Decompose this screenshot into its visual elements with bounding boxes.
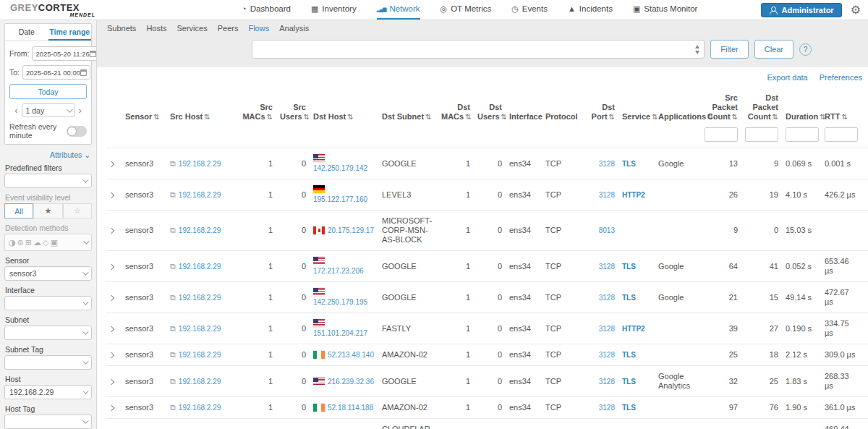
interface-select[interactable]	[4, 296, 92, 310]
dst-port-link[interactable]: 8013	[599, 226, 615, 234]
copy-icon[interactable]: ⧉	[170, 159, 176, 169]
dst_pkt-filter-input[interactable]	[745, 127, 778, 142]
clear-filter-button[interactable]: Clear	[754, 40, 793, 59]
subnav-item-analysis[interactable]: Analysis	[279, 24, 309, 33]
sort-icon[interactable]: ⇅	[501, 113, 507, 121]
sort-icon[interactable]: ⇅	[153, 113, 159, 121]
dst-host-link[interactable]: 52.18.114.188	[328, 403, 373, 412]
subnav-item-peers[interactable]: Peers	[218, 24, 239, 33]
column-header-dst_macs[interactable]: Dst MACs⇅	[438, 90, 474, 126]
column-header-dst_pkt[interactable]: Dst Packet Count⇅	[741, 90, 782, 126]
dst-host-link[interactable]: 216.239.32.36	[328, 377, 374, 386]
dst-host-link[interactable]: 142.250.179.142	[313, 163, 367, 173]
column-header-src_host[interactable]: Src Host⇅	[166, 90, 236, 126]
calendar-icon[interactable]	[80, 69, 87, 76]
column-header-applications[interactable]: Applications⇅	[655, 90, 701, 126]
subnet-select[interactable]	[4, 326, 92, 340]
service-link[interactable]: TLS	[622, 378, 636, 386]
expand-row-icon[interactable]	[109, 405, 114, 411]
nav-item-events[interactable]: ◷Events	[511, 0, 548, 20]
src-host-link[interactable]: 192.168.2.29	[179, 191, 221, 199]
dst-port-link[interactable]: 3128	[599, 351, 615, 359]
attributes-link[interactable]: Attributes ⌄	[50, 150, 90, 159]
column-header-src_users[interactable]: Src Users⇅	[276, 90, 310, 126]
service-link[interactable]: TLS	[622, 294, 636, 302]
service-link[interactable]: HTTP2	[622, 325, 645, 333]
visibility-starred-button[interactable]: ★	[33, 203, 62, 218]
column-header-rtt[interactable]: RTT⇅	[821, 90, 863, 126]
settings-gear-icon[interactable]: ⚙	[851, 4, 861, 16]
rtt-filter-input[interactable]	[825, 127, 858, 142]
column-header-sensor[interactable]: Sensor⇅	[122, 90, 166, 126]
service-link[interactable]: TLS	[622, 263, 636, 271]
service-link[interactable]: TLS	[622, 404, 636, 412]
dst-host-link[interactable]: 172.217.23.206	[313, 266, 364, 276]
sort-icon[interactable]: ⇅	[732, 113, 738, 121]
copy-icon[interactable]: ⧉	[170, 293, 176, 302]
sort-icon[interactable]: ⇅	[267, 113, 273, 121]
src-host-link[interactable]: 192.168.2.29	[179, 325, 221, 333]
preferences-link[interactable]: Preferences	[820, 73, 862, 82]
app-logo[interactable]: GREYCORTEX MENDEL	[10, 4, 97, 20]
dst-host-link[interactable]: 195.122.177.160	[313, 195, 367, 204]
detection-methods-select[interactable]: ◑⊚⊞☁◇▣	[4, 234, 92, 251]
spinner-up-icon[interactable]	[695, 45, 699, 48]
column-header-dst_port[interactable]: Dst Port⇅	[584, 90, 618, 126]
nav-item-network[interactable]: ▂▄▆Network	[377, 0, 420, 20]
nav-item-ot-metrics[interactable]: ◎OT Metrics	[441, 0, 492, 20]
column-header-src_macs[interactable]: Src MACs⇅	[236, 90, 276, 126]
column-header-dst_host[interactable]: Dst Host⇅	[310, 90, 378, 126]
nav-item-incidents[interactable]: ▲Incidents	[568, 0, 613, 20]
expand-row-icon[interactable]	[109, 326, 114, 331]
flow-filter-input[interactable]	[252, 41, 691, 58]
dst-host-link[interactable]: 151.101.204.217	[313, 328, 367, 338]
refresh-toggle[interactable]	[67, 126, 87, 137]
sort-icon[interactable]: ⇅	[841, 113, 847, 121]
src-host-link[interactable]: 192.168.2.29	[179, 294, 221, 302]
copy-icon[interactable]: ⧉	[170, 190, 176, 200]
sort-icon[interactable]: ⇅	[773, 113, 778, 121]
copy-icon[interactable]: ⧉	[170, 324, 176, 334]
column-header-src_pkt[interactable]: Src Packet Count⇅	[701, 90, 741, 126]
dst-host-link[interactable]: 142.250.179.195	[313, 297, 367, 307]
help-icon[interactable]: ?	[799, 43, 812, 56]
expand-row-icon[interactable]	[109, 161, 114, 166]
dst-port-link[interactable]: 3128	[599, 160, 615, 168]
spinner-down-icon[interactable]	[695, 51, 699, 54]
dst-host-link[interactable]: 52.213.48.140	[328, 350, 374, 360]
src-host-link[interactable]: 192.168.2.29	[179, 404, 221, 412]
sort-icon[interactable]: ⇅	[652, 113, 658, 121]
column-header-service[interactable]: Service⇅	[618, 90, 655, 126]
apply-filter-button[interactable]: Filter	[710, 40, 748, 59]
dst-host-link[interactable]: 20.175.129.17	[328, 226, 374, 235]
calendar-icon[interactable]	[90, 51, 96, 57]
copy-icon[interactable]: ⧉	[170, 226, 176, 235]
src-host-link[interactable]: 192.168.2.29	[179, 351, 221, 359]
host-tag-select[interactable]	[4, 415, 92, 429]
from-datetime-input[interactable]: 2025-05-20 11:26	[32, 46, 97, 61]
expand-row-icon[interactable]	[109, 378, 114, 384]
tab-date[interactable]: Date	[5, 24, 48, 41]
src-host-link[interactable]: 192.168.2.29	[179, 263, 221, 271]
expand-row-icon[interactable]	[109, 228, 114, 234]
export-data-link[interactable]: Export data	[767, 73, 807, 82]
column-header-duration[interactable]: Duration⇅	[782, 90, 821, 126]
column-header-dst_subnet[interactable]: Dst Subnet⇅	[378, 90, 438, 126]
sort-icon[interactable]: ⇅	[347, 113, 353, 121]
service-link[interactable]: HTTP2	[622, 191, 645, 199]
src_pkt-filter-input[interactable]	[705, 127, 738, 142]
expand-row-icon[interactable]	[109, 192, 114, 197]
period-select[interactable]: 1 day	[22, 103, 75, 117]
sort-icon[interactable]: ⇅	[609, 113, 615, 121]
dst-port-link[interactable]: 3128	[599, 294, 615, 302]
nav-item-status-monitor[interactable]: ▣Status Monitor	[633, 0, 698, 20]
filter-history-spinner[interactable]	[691, 41, 704, 58]
sort-icon[interactable]: ⇅	[425, 113, 431, 121]
to-datetime-input[interactable]: 2025-05-21 00:00	[22, 65, 90, 80]
visibility-unstarred-button[interactable]: ☆	[63, 203, 92, 218]
copy-icon[interactable]: ⧉	[170, 262, 176, 271]
subnav-item-hosts[interactable]: Hosts	[146, 24, 166, 33]
service-link[interactable]: TLS	[622, 160, 636, 168]
sort-icon[interactable]: ⇅	[204, 113, 210, 121]
subnav-item-flows[interactable]: Flows	[248, 24, 269, 33]
